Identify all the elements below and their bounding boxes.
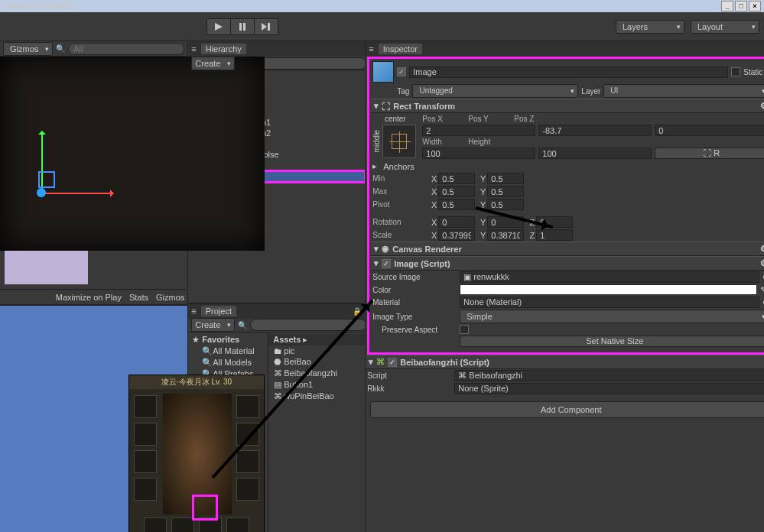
maximize-button[interactable]: □: [735, 1, 747, 11]
image-enabled-checkbox[interactable]: [382, 259, 391, 268]
anchors-label[interactable]: Anchors: [383, 162, 414, 171]
svg-marker-0: [215, 23, 223, 31]
scale-x[interactable]: [438, 229, 475, 241]
canvas-renderer-header[interactable]: ▾◉ Canvas Renderer ⚙: [371, 242, 764, 256]
favorite-all-models[interactable]: 🔍All Models: [188, 357, 268, 368]
anchor-min-x[interactable]: [438, 173, 475, 184]
layer-dropdown[interactable]: UI: [603, 84, 764, 98]
svg-marker-3: [262, 23, 267, 31]
gameobject-name-field[interactable]: [409, 66, 728, 78]
rot-x[interactable]: [438, 216, 475, 228]
image-script-header[interactable]: ▾ Image (Script) ⚙: [371, 256, 764, 271]
hierarchy-tab[interactable]: Hierarchy: [201, 44, 246, 54]
origin-handle[interactable]: [37, 188, 46, 197]
image-type-dropdown[interactable]: Simple: [460, 310, 764, 323]
game-gizmos-dropdown[interactable]: Gizmos: [156, 293, 184, 302]
gear-icon[interactable]: ⚙: [760, 101, 764, 111]
close-button[interactable]: ×: [749, 1, 761, 11]
pause-button[interactable]: [230, 18, 255, 35]
main-toolbar: Layers Layout: [0, 12, 764, 41]
anchor-preset-label: center: [385, 115, 406, 123]
scene-toolbar: Gizmos 🔍: [0, 41, 187, 57]
svg-rect-4: [268, 23, 270, 31]
beibaofangzhi-header[interactable]: ▾⌘ Beibaofangzhi (Script) ⚙: [366, 355, 764, 369]
source-image-field[interactable]: ▣ renwukkk: [460, 271, 759, 283]
script-field[interactable]: ⌘ Beibaofangzhi: [454, 370, 764, 381]
scale-y[interactable]: [487, 229, 524, 241]
active-checkbox[interactable]: [397, 67, 406, 76]
game-view[interactable]: 凌云·今夜月冰 Lv. 30: [0, 304, 187, 532]
tag-label: Tag: [397, 87, 409, 96]
character-title: 凌云·今夜月冰 Lv. 30: [129, 375, 264, 389]
step-button[interactable]: [254, 18, 278, 35]
asset-pic[interactable]: 🖿pic: [268, 345, 365, 356]
rect-transform-header[interactable]: ▾⛶ Rect Transform ⚙: [371, 99, 764, 113]
source-image-label: Source Image: [372, 273, 457, 281]
gameobject-icon: [372, 61, 394, 83]
scale-z[interactable]: [536, 229, 573, 241]
asset-button1[interactable]: ▤Button1: [268, 379, 365, 391]
tag-dropdown[interactable]: Untagged: [412, 84, 578, 98]
preserve-aspect-checkbox[interactable]: [460, 325, 469, 334]
window-title: andalone <DX11>: [3, 2, 73, 11]
eye-icon: ◉: [382, 244, 389, 254]
panel-options-icon[interactable]: ≡: [191, 44, 196, 54]
eyedropper-icon[interactable]: ✎: [760, 285, 764, 295]
layout-dropdown[interactable]: Layout: [691, 20, 759, 34]
selection-rect[interactable]: [38, 171, 55, 188]
color-label: Color: [372, 286, 457, 294]
add-component-button[interactable]: Add Component: [370, 401, 764, 418]
favorites-header: Favorites: [202, 335, 239, 344]
stats-toggle[interactable]: Stats: [129, 293, 148, 302]
inspector-tab[interactable]: Inspector: [379, 44, 422, 54]
pivot-y[interactable]: [487, 199, 524, 210]
project-create-dropdown[interactable]: Create: [191, 318, 235, 332]
posy-field[interactable]: [538, 125, 652, 136]
maximize-on-play-toggle[interactable]: Maximize on Play: [56, 293, 122, 302]
highlighted-slot[interactable]: [192, 495, 218, 521]
svg-rect-1: [239, 23, 242, 31]
scene-view[interactable]: [0, 57, 187, 289]
project-options-icon[interactable]: ≡: [191, 307, 196, 316]
script-icon: ⌘: [376, 357, 385, 367]
inspector-options-icon[interactable]: ≡: [369, 44, 373, 54]
posx-field[interactable]: [422, 125, 535, 136]
anchor-max-x[interactable]: [438, 186, 475, 197]
anchor-max-y[interactable]: [487, 186, 524, 197]
anchor-preset-button[interactable]: [382, 125, 416, 158]
height-field[interactable]: [538, 148, 652, 159]
x-axis-gizmo: [41, 193, 112, 194]
set-native-size-button[interactable]: Set Native Size: [460, 336, 764, 347]
width-field[interactable]: [422, 148, 535, 159]
blueprint-button[interactable]: ⛶ R: [655, 148, 764, 159]
minimize-button[interactable]: _: [721, 1, 733, 11]
rkkk-field[interactable]: None (Sprite): [454, 383, 764, 394]
anchor-min-y[interactable]: [487, 173, 524, 184]
project-tab[interactable]: Project: [201, 306, 236, 316]
hierarchy-create-dropdown[interactable]: Create: [191, 57, 235, 70]
favorite-all-material[interactable]: 🔍All Material: [188, 345, 268, 357]
static-label: Static: [743, 68, 762, 76]
script-enabled-checkbox[interactable]: [388, 358, 397, 367]
layers-dropdown[interactable]: Layers: [616, 20, 684, 34]
material-field[interactable]: None (Material): [460, 297, 759, 308]
inspector-highlighted-area: Static ▾ Tag Untagged Layer UI ▾⛶ Rect T…: [367, 57, 764, 355]
preserve-aspect-label: Preserve Aspect: [372, 326, 457, 334]
gizmos-dropdown[interactable]: Gizmos: [3, 42, 53, 56]
rkkk-label: Rkkk: [367, 384, 451, 393]
play-button[interactable]: [206, 18, 231, 35]
hierarchy-search[interactable]: [250, 57, 366, 70]
character-panel: 凌云·今夜月冰 Lv. 30: [128, 375, 265, 532]
color-field[interactable]: [460, 284, 757, 295]
asset-beibaofangzhi[interactable]: ⌘Beibaofangzhi: [268, 368, 365, 379]
material-label: Material: [372, 298, 457, 307]
script-label: Script: [367, 371, 451, 380]
scene-search[interactable]: [68, 43, 184, 55]
posz-field[interactable]: [655, 125, 764, 136]
layer-label: Layer: [581, 87, 600, 96]
static-checkbox[interactable]: [731, 67, 740, 76]
pivot-x[interactable]: [438, 199, 475, 210]
gear-icon[interactable]: ⚙: [760, 258, 764, 268]
game-toolbar: Maximize on Play Stats Gizmos: [0, 289, 187, 304]
gear-icon[interactable]: ⚙: [760, 244, 764, 254]
